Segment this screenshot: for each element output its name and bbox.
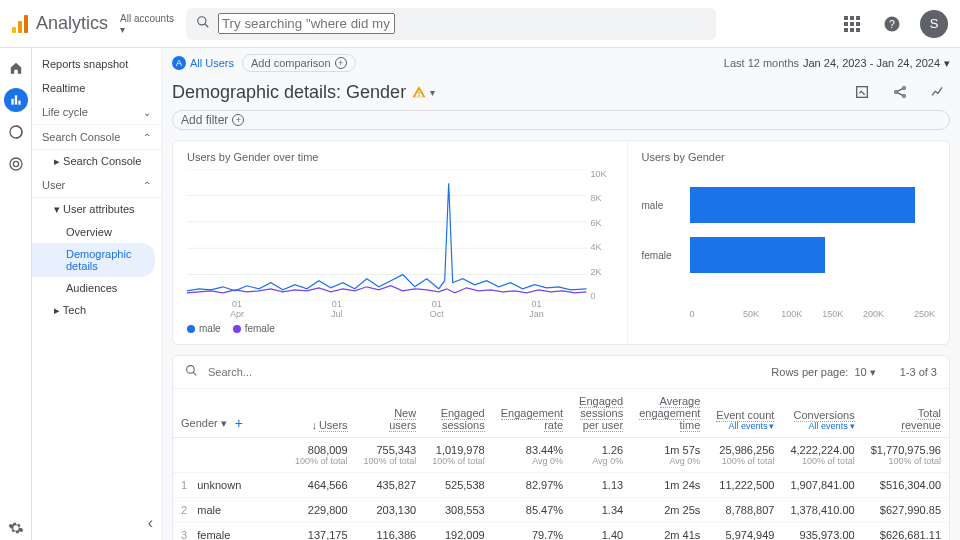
account-dropdown-caret: ▾: [120, 24, 174, 35]
svg-rect-5: [14, 95, 16, 104]
account-picker[interactable]: All accounts ▾: [120, 13, 174, 35]
time-series-title: Users by Gender over time: [187, 151, 613, 163]
add-comparison-button[interactable]: Add comparison +: [242, 54, 356, 72]
insights-icon[interactable]: [926, 80, 950, 104]
table-row[interactable]: 3 female 137,175116,386192,00979.7%1.402…: [173, 523, 949, 541]
rail-advertising-icon[interactable]: [4, 152, 28, 176]
nav-user[interactable]: User⌃: [32, 173, 161, 198]
nav-life-cycle[interactable]: Life cycle⌄: [32, 100, 161, 125]
main-content: A All Users Add comparison + Last 12 mon…: [162, 48, 960, 540]
time-series-chart[interactable]: 10K8K6K4K2K0 01Apr 01Jul 01Oct 01Jan: [187, 169, 613, 319]
chevron-up-icon: ⌃: [143, 180, 151, 191]
plus-icon: +: [335, 57, 347, 69]
customize-report-icon[interactable]: [850, 80, 874, 104]
col-conversions[interactable]: ConversionsAll events ▾: [782, 389, 862, 438]
legend-dot-female: [233, 325, 241, 333]
col-engaged-sessions[interactable]: Engaged sessions: [424, 389, 493, 438]
col-avg-engagement-time[interactable]: Average engagement time: [631, 389, 708, 438]
svg-point-0: [198, 17, 206, 25]
legend-dot-male: [187, 325, 195, 333]
rail-home-icon[interactable]: [4, 56, 28, 80]
col-engaged-per-user[interactable]: Engaged sessions per user: [571, 389, 631, 438]
nav-demographic-details[interactable]: Demographic details: [32, 243, 155, 277]
svg-point-13: [895, 91, 898, 94]
report-title: Demographic details: Gender: [172, 82, 406, 103]
col-total-revenue[interactable]: Total revenue: [863, 389, 949, 438]
data-table: Gender ▾ + ↓Users New users Engaged sess…: [173, 389, 949, 540]
analytics-logo-icon: [12, 15, 30, 33]
top-bar: Analytics All accounts ▾ ? S: [0, 0, 960, 48]
dimension-picker[interactable]: Gender ▾: [181, 417, 227, 430]
search-input[interactable]: [218, 13, 395, 34]
top-right-actions: ? S: [840, 10, 948, 38]
nav-search-console-sub[interactable]: ▸ Search Console: [32, 150, 161, 173]
add-dimension-button[interactable]: +: [235, 415, 243, 431]
conversions-filter[interactable]: All events ▾: [790, 421, 854, 431]
table-row[interactable]: 1 unknown 464,566435,827525,53882.97%1.1…: [173, 473, 949, 498]
search-box[interactable]: [186, 8, 716, 40]
chip-all-users[interactable]: A All Users: [172, 56, 234, 70]
rows-per-page-select[interactable]: 10 ▾: [854, 366, 875, 379]
report-nav: Reports snapshot Realtime Life cycle⌄ Se…: [32, 48, 162, 540]
svg-point-14: [903, 87, 906, 90]
title-dimension-dropdown[interactable]: ▾: [430, 87, 435, 98]
charts-card: Users by Gender over time 10K8K6K4K2K0 0…: [172, 140, 950, 345]
table-search-input[interactable]: [206, 365, 763, 379]
time-series-legend: male female: [187, 323, 613, 334]
col-engagement-rate[interactable]: Engagement rate: [493, 389, 571, 438]
help-icon[interactable]: ?: [880, 12, 904, 36]
filter-row: Add filter +: [172, 110, 950, 130]
left-rail: [0, 48, 32, 540]
time-series-panel: Users by Gender over time 10K8K6K4K2K0 0…: [173, 141, 628, 344]
comparison-bar: A All Users Add comparison + Last 12 mon…: [172, 54, 950, 72]
table-row[interactable]: 2 male 229,800203,130308,55385.47%1.342m…: [173, 498, 949, 523]
svg-point-8: [10, 158, 22, 170]
date-range-value: Jan 24, 2023 - Jan 24, 2024: [803, 57, 940, 69]
chevron-down-icon: ▾: [944, 57, 950, 70]
add-filter-label: Add filter: [181, 113, 228, 127]
bar-row-female: female: [642, 233, 935, 277]
nav-reports-snapshot[interactable]: Reports snapshot: [32, 52, 161, 76]
chevron-down-icon: ⌄: [143, 107, 151, 118]
bar-label-female: female: [642, 250, 690, 261]
nav-search-console[interactable]: Search Console⌃: [32, 125, 161, 150]
table-toolbar: Rows per page: 10 ▾ 1-3 of 3: [173, 356, 949, 389]
rail-explore-icon[interactable]: [4, 120, 28, 144]
svg-line-23: [193, 372, 196, 375]
nav-overview[interactable]: Overview: [32, 221, 161, 243]
rail-reports-icon[interactable]: [4, 88, 28, 112]
svg-point-15: [903, 95, 906, 98]
col-new-users[interactable]: New users: [356, 389, 425, 438]
product-name: Analytics: [36, 13, 108, 34]
y-axis-ticks: 10K8K6K4K2K0: [591, 169, 613, 301]
date-range-label: Last 12 months: [724, 57, 799, 69]
svg-rect-10: [419, 91, 420, 94]
share-icon[interactable]: [888, 80, 912, 104]
product-logo: Analytics: [12, 13, 108, 34]
svg-text:?: ?: [889, 17, 895, 29]
bar-x-axis: 050K100K150K200K250K: [690, 309, 935, 319]
event-count-filter[interactable]: All events ▾: [716, 421, 774, 431]
add-filter-button[interactable]: Add filter +: [172, 110, 950, 130]
nav-tech[interactable]: ▸ Tech: [32, 299, 161, 322]
line-chart-svg: [187, 169, 587, 301]
thresholding-warning-icon[interactable]: [412, 85, 426, 99]
col-event-count[interactable]: Event countAll events ▾: [708, 389, 782, 438]
search-icon: [196, 15, 210, 32]
bar-female: [690, 237, 825, 273]
add-comparison-label: Add comparison: [251, 57, 331, 69]
account-label: All accounts: [120, 13, 174, 24]
nav-audiences[interactable]: Audiences: [32, 277, 161, 299]
user-avatar[interactable]: S: [920, 10, 948, 38]
svg-rect-6: [18, 101, 20, 105]
col-users[interactable]: ↓Users: [287, 389, 356, 438]
collapse-nav-icon[interactable]: ‹: [148, 514, 153, 532]
apps-icon[interactable]: [840, 12, 864, 36]
totals-row: 808,009100% of total 755,343100% of tota…: [173, 438, 949, 473]
bar-chart[interactable]: male female 050K100K150K200K250K: [642, 169, 935, 319]
svg-rect-11: [419, 95, 420, 96]
date-range-picker[interactable]: Last 12 months Jan 24, 2023 - Jan 24, 20…: [724, 57, 950, 70]
nav-realtime[interactable]: Realtime: [32, 76, 161, 100]
rail-admin-icon[interactable]: [4, 516, 28, 540]
nav-user-attributes[interactable]: ▾ User attributes: [32, 198, 161, 221]
